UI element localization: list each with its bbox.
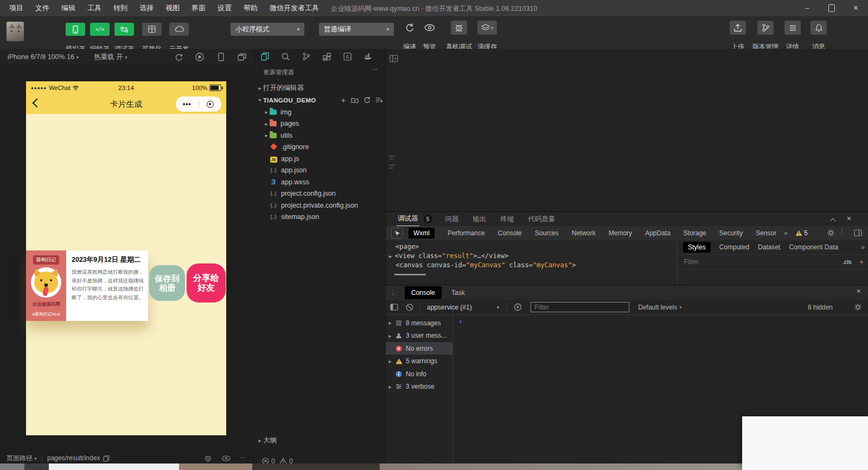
open-editors-section[interactable]: ▸打开的编辑器 xyxy=(254,82,386,94)
device-frame-icon[interactable] xyxy=(216,52,226,62)
tree-item-appjs[interactable]: JS app.js xyxy=(254,153,386,164)
styles-tab[interactable]: Styles xyxy=(683,242,711,253)
more-tabs-icon[interactable]: » xyxy=(784,229,788,237)
more-tabs-icon[interactable]: » xyxy=(861,243,865,251)
console-prompt-icon[interactable]: › xyxy=(459,318,462,325)
preview-button[interactable]: 预览 xyxy=(418,21,442,35)
clear-console-icon[interactable] xyxy=(406,304,413,311)
devtab-security[interactable]: Security xyxy=(719,229,743,237)
kebab-menu-icon[interactable]: … xyxy=(840,228,847,235)
more-icon[interactable]: … xyxy=(240,452,247,460)
menu-devtools[interactable]: 微信开发者工具 xyxy=(264,0,325,16)
sidebar-warnings[interactable]: ▸ 5 warnings xyxy=(386,355,452,368)
new-file-icon[interactable]: + xyxy=(338,96,349,105)
sidebar-errors[interactable]: No errors xyxy=(386,342,452,355)
menu-interface[interactable]: 界面 xyxy=(186,0,212,16)
tree-item-projectconfig[interactable]: {..} project.config.json xyxy=(254,188,386,199)
console-filter-input[interactable] xyxy=(531,302,629,312)
inspect-element-icon[interactable] xyxy=(391,228,403,239)
wxml-line-page[interactable]: <page> xyxy=(395,243,419,250)
settings-gear-icon[interactable] xyxy=(827,229,835,237)
kebab-menu-icon[interactable]: … xyxy=(391,289,399,296)
close-icon[interactable]: × xyxy=(857,287,861,295)
version-control-button[interactable]: 版本管理 xyxy=(750,21,781,35)
menu-tools[interactable]: 工具 xyxy=(81,0,107,16)
record-icon[interactable] xyxy=(195,52,205,62)
cloud-dev-toggle[interactable]: 云开发 xyxy=(164,23,194,36)
save-to-album-button[interactable]: 保存到相册 xyxy=(149,265,185,301)
minimize-button[interactable]: − xyxy=(795,0,819,16)
tree-item-sitemap[interactable]: {..} sitemap.json xyxy=(254,211,386,223)
more-icon[interactable]: … xyxy=(371,64,378,72)
toggle-sidebar-icon[interactable] xyxy=(388,53,400,64)
tree-item-pages[interactable]: ▸pages xyxy=(254,118,386,130)
source-control-icon[interactable] xyxy=(296,52,316,61)
details-button[interactable]: 详情 xyxy=(780,21,805,35)
wxml-line-view[interactable]: ▶ <view class="result">…</view> xyxy=(389,252,508,260)
copy-icon[interactable] xyxy=(103,455,110,462)
tab-problems[interactable]: 问题 xyxy=(445,215,459,224)
refresh-icon[interactable] xyxy=(361,96,373,104)
context-select[interactable]: appservice (#1) ▾ xyxy=(427,304,499,311)
vconsole-icon[interactable] xyxy=(203,453,213,463)
tree-item-appjson[interactable]: {..} app.json xyxy=(254,165,386,176)
console-settings-gear-icon[interactable] xyxy=(854,303,862,311)
eye-icon[interactable] xyxy=(221,453,231,463)
cls-toggle[interactable]: .cls xyxy=(843,259,852,265)
tree-item-appwxss[interactable]: Ǝ app.wxss xyxy=(254,176,386,188)
log-levels-select[interactable]: Default levels▾ xyxy=(638,304,682,311)
tab-code-quality[interactable]: 代码质量 xyxy=(528,215,556,224)
new-folder-icon[interactable] xyxy=(349,97,361,103)
sidebar-info[interactable]: No info xyxy=(386,368,452,380)
back-icon[interactable] xyxy=(33,99,42,108)
close-icon[interactable]: × xyxy=(847,214,851,223)
show-sidebar-icon[interactable] xyxy=(390,304,398,311)
menu-goto[interactable]: 转到 xyxy=(107,0,133,16)
computed-tab[interactable]: Computed xyxy=(719,243,749,251)
menu-project[interactable]: 项目 xyxy=(3,0,29,16)
tree-item-img[interactable]: ▸img xyxy=(254,106,386,118)
menu-file[interactable]: 文件 xyxy=(29,0,55,16)
menu-settings[interactable]: 设置 xyxy=(212,0,238,16)
devtab-sources[interactable]: Sources xyxy=(535,229,559,237)
tab-output[interactable]: 输出 xyxy=(473,215,487,224)
devtab-sensor[interactable]: Sensor xyxy=(756,229,776,237)
hidden-count[interactable]: 8 hidden xyxy=(808,304,833,311)
device-select[interactable]: iPhone 6/7/8 100% 16 ▾ xyxy=(8,53,79,61)
user-avatar[interactable] xyxy=(7,22,24,41)
task-tab[interactable]: Task xyxy=(451,289,465,297)
devtab-wxml[interactable]: Wxml xyxy=(409,228,435,239)
rotate-icon[interactable] xyxy=(174,52,183,62)
collapse-panel-icon[interactable] xyxy=(831,217,835,225)
more-icon[interactable]: ••• xyxy=(176,100,199,108)
hot-reload-toggle[interactable]: 热重载 开 ▾ xyxy=(94,53,127,62)
warnings-indicator[interactable]: 5 xyxy=(795,229,808,237)
sidebar-all-messages[interactable]: ▸ 8 messages xyxy=(386,317,452,329)
share-to-friend-button[interactable]: 分享给好友 xyxy=(187,263,226,302)
mode-select[interactable]: 小程序模式▾ xyxy=(231,23,304,36)
files-icon[interactable] xyxy=(254,52,275,61)
add-style-icon[interactable]: + xyxy=(859,257,864,266)
docker-icon[interactable] xyxy=(358,53,378,60)
devtab-memory[interactable]: Memory xyxy=(609,229,632,237)
devtab-console[interactable]: Console xyxy=(498,229,522,237)
extensions-icon[interactable] xyxy=(316,53,337,61)
tab-debugger[interactable]: 调试器 xyxy=(397,212,419,227)
multi-window-icon[interactable] xyxy=(237,52,247,62)
menu-edit[interactable]: 编辑 xyxy=(55,0,81,16)
tree-item-projectprivateconfig[interactable]: {..} project.private.config.json xyxy=(254,199,386,211)
messages-button[interactable]: 消息 xyxy=(806,21,831,35)
tree-item-gitignore[interactable]: .gitignore xyxy=(254,141,386,153)
clear-cache-button[interactable]: ▾ 清缓存 xyxy=(473,21,501,35)
upload-button[interactable]: 上传 xyxy=(725,21,751,35)
console-tab[interactable]: Console xyxy=(405,286,442,299)
menu-view[interactable]: 视图 xyxy=(159,0,186,16)
wxml-line-canvas[interactable]: <canvas canvas-id="myCanvas" class="myCa… xyxy=(395,261,576,269)
component-data-tab[interactable]: Component Data xyxy=(789,243,838,251)
tab-terminal[interactable]: 终端 xyxy=(501,215,514,224)
home-capsule-icon[interactable] xyxy=(199,101,222,108)
eye-icon[interactable] xyxy=(514,303,522,311)
device-debug-button[interactable]: 真机调试 xyxy=(442,21,476,35)
compile-mode-select[interactable]: 普通编译▾ xyxy=(319,23,394,36)
tree-item-utils[interactable]: ▸utils xyxy=(254,130,386,141)
